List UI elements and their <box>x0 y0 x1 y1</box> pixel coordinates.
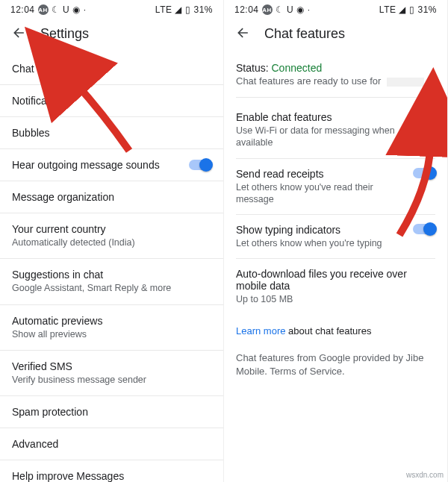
balloon-icon: ◉ <box>72 4 81 15</box>
row-primary: Chat features <box>12 63 211 75</box>
settings-screen: 12:04 AH ☾ U ◉ · LTE ◢ ▯ 31% Settings Ch… <box>0 0 224 482</box>
battery-pct: 31% <box>417 4 437 15</box>
row-secondary: Let others know when you're typing <box>236 237 405 249</box>
row-primary: Auto-download files you receive over mob… <box>236 268 435 292</box>
row-primary: Show typing indicators <box>236 224 405 236</box>
row-primary: Verified SMS <box>12 360 211 372</box>
row-primary: Notifications <box>12 95 211 107</box>
row-secondary: Automatically detected (India) <box>12 237 211 248</box>
signal-icon: ◢ <box>175 4 182 15</box>
letter-u: U <box>63 4 69 15</box>
toggle-switch[interactable] <box>413 111 435 122</box>
settings-row[interactable]: Chat features <box>0 53 223 85</box>
row-primary: Spam protection <box>12 406 211 418</box>
settings-row[interactable]: Automatic previewsShow all previews <box>0 305 223 351</box>
row-secondary: Use Wi-Fi or data for messaging when ava… <box>236 125 405 149</box>
watermark: wsxdn.com <box>406 471 444 479</box>
row-primary: Suggestions in chat <box>12 269 211 281</box>
back-icon[interactable] <box>236 25 251 43</box>
toggle-switch[interactable] <box>189 160 211 170</box>
app-bar: Chat features <box>224 18 447 53</box>
provider-note: Chat features from Google provided by Ji… <box>236 341 435 389</box>
status-sub: Chat features are ready to use for <box>236 75 381 87</box>
row-primary: Send read receipts <box>236 168 405 180</box>
settings-row[interactable]: Help improve Messages <box>0 460 223 482</box>
row-primary: Advanced <box>12 438 211 450</box>
settings-list: Chat featuresNotificationsBubblesHear ou… <box>0 53 223 482</box>
row-secondary: Up to 105 MB <box>236 293 435 305</box>
settings-row[interactable]: Suggestions in chatGoogle Assistant, Sma… <box>0 259 223 304</box>
moon-icon: ☾ <box>52 4 60 15</box>
settings-row[interactable]: Verified SMSVerify business message send… <box>0 351 223 396</box>
row-secondary: Google Assistant, Smart Reply & more <box>12 282 211 294</box>
lte-label: LTE <box>155 4 172 15</box>
row-primary: Message organization <box>12 191 211 203</box>
row-secondary: Verify business message sender <box>12 374 211 386</box>
status-bar: 12:04 AH ☾ U ◉ · LTE ◢ ▯ 31% <box>0 0 223 18</box>
settings-row[interactable]: Spam protection <box>0 396 223 428</box>
status-time: 12:04 <box>10 4 35 15</box>
chat-feature-row[interactable]: Enable chat featuresUse Wi-Fi or data fo… <box>236 102 435 159</box>
status-label: Status: <box>236 62 269 74</box>
learn-more-line: Learn more about chat features <box>236 315 435 341</box>
row-secondary: Let others know you've read their messag… <box>236 181 405 206</box>
signal-icon: ◢ <box>399 4 406 15</box>
letter-u: U <box>287 4 293 15</box>
balloon-icon: ◉ <box>296 4 305 15</box>
settings-row[interactable]: Notifications <box>0 85 223 117</box>
status-value: Connected <box>271 62 322 74</box>
redacted-number <box>387 78 424 87</box>
battery-pct: 31% <box>193 4 213 15</box>
settings-row[interactable]: Your current countryAutomatically detect… <box>0 213 223 259</box>
dot-icon: · <box>308 4 311 15</box>
status-block: Status: Connected Chat features are read… <box>236 59 435 98</box>
lte-label: LTE <box>379 4 396 15</box>
settings-row[interactable]: Message organization <box>0 181 223 213</box>
chat-features-screen: 12:04 AH ☾ U ◉ · LTE ◢ ▯ 31% Chat featur… <box>224 0 448 482</box>
status-bar: 12:04 AH ☾ U ◉ · LTE ◢ ▯ 31% <box>224 0 447 18</box>
carrier-badge: AH <box>262 4 273 15</box>
app-bar: Settings <box>0 18 223 53</box>
row-primary: Automatic previews <box>12 315 211 327</box>
settings-row[interactable]: Hear outgoing message sounds <box>0 149 223 181</box>
toggle-switch[interactable] <box>413 168 435 178</box>
row-primary: Bubbles <box>12 127 211 139</box>
dot-icon: · <box>84 4 87 15</box>
back-icon[interactable] <box>12 25 27 43</box>
row-secondary: Show all previews <box>12 328 211 340</box>
row-primary: Hear outgoing message sounds <box>12 159 181 171</box>
row-primary: Help improve Messages <box>12 470 211 482</box>
chat-features-content: Status: Connected Chat features are read… <box>224 53 447 395</box>
chat-feature-row[interactable]: Send read receiptsLet others know you've… <box>236 159 435 216</box>
carrier-badge: AH <box>38 4 49 15</box>
page-title: Chat features <box>264 26 345 42</box>
row-primary: Enable chat features <box>236 111 405 123</box>
status-time: 12:04 <box>234 4 259 15</box>
settings-row[interactable]: Advanced <box>0 428 223 460</box>
learn-more-link[interactable]: Learn more <box>236 325 285 337</box>
settings-row[interactable]: Bubbles <box>0 117 223 149</box>
chat-feature-row[interactable]: Show typing indicatorsLet others know wh… <box>236 215 435 259</box>
learn-more-rest: about chat features <box>285 325 371 337</box>
toggle-switch[interactable] <box>413 224 435 234</box>
row-primary: Your current country <box>12 223 211 235</box>
battery-icon: ▯ <box>185 4 191 15</box>
chat-feature-row[interactable]: Auto-download files you receive over mob… <box>236 259 435 314</box>
moon-icon: ☾ <box>276 4 284 15</box>
battery-icon: ▯ <box>409 4 415 15</box>
page-title: Settings <box>40 26 89 42</box>
